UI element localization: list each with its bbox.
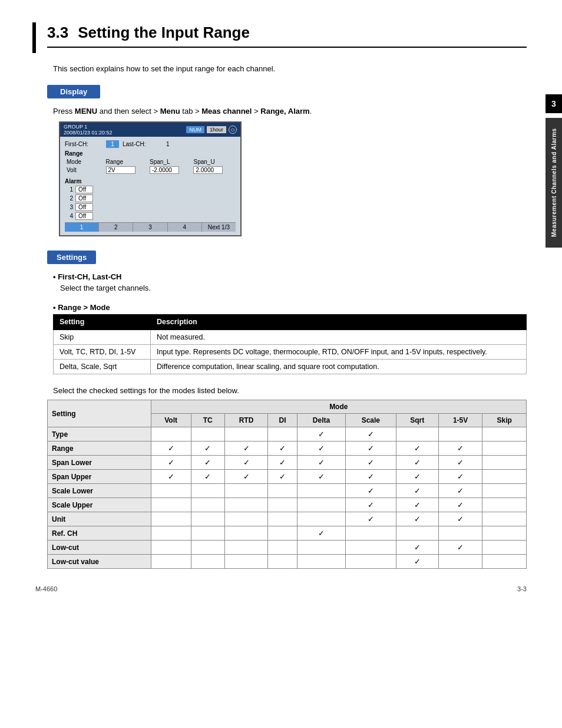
mode-cell-3-3: ✓ xyxy=(268,470,297,484)
mode-col-di: DI xyxy=(268,414,297,427)
mode-col-scale: Scale xyxy=(346,414,396,427)
checkmark-icon: ✓ xyxy=(243,444,250,453)
mode-cell-9-6: ✓ xyxy=(396,555,438,569)
checkmark-icon: ✓ xyxy=(279,458,286,467)
range-table-header-setting: Setting xyxy=(54,315,151,330)
menu-bold-2: Menu xyxy=(160,107,180,116)
mode-row-label-8: Low-cut xyxy=(48,541,151,555)
checkmark-icon: ✓ xyxy=(368,444,374,453)
mode-cell-2-8 xyxy=(482,456,527,470)
screen-tab-1[interactable]: 1 xyxy=(65,223,99,232)
screen-spanl-input[interactable]: -2.0000 xyxy=(150,166,179,174)
screen-spanu-input[interactable]: 2.0000 xyxy=(193,166,223,174)
section-title: Setting the Input Range xyxy=(78,24,250,42)
mode-cell-3-5: ✓ xyxy=(346,470,396,484)
mode-cell-2-2: ✓ xyxy=(224,456,267,470)
mode-table: Setting Mode Volt TC RTD DI Delta Scale … xyxy=(47,400,527,569)
settings-badge: Settings xyxy=(47,251,96,264)
mode-cell-4-5: ✓ xyxy=(346,484,396,498)
mode-cell-3-4: ✓ xyxy=(297,470,346,484)
screen-range-range-header: Range xyxy=(104,158,148,166)
screen-tab-4[interactable]: 4 xyxy=(168,223,202,232)
checkmark-icon: ✓ xyxy=(204,472,211,481)
checkmark-icon: ✓ xyxy=(318,430,325,439)
mode-cell-8-3 xyxy=(268,541,297,555)
mode-cell-8-8 xyxy=(482,541,527,555)
range-alarm-text: Range, Alarm xyxy=(260,107,309,116)
display-badge: Display xyxy=(47,85,100,98)
mode-table-row: Scale Lower✓✓✓ xyxy=(48,484,527,498)
checkmark-icon: ✓ xyxy=(414,444,421,453)
mode-col-tc: TC xyxy=(191,414,224,427)
screen-tab-next[interactable]: Next 1/3 xyxy=(202,223,236,232)
screen-tab-2[interactable]: 2 xyxy=(99,223,133,232)
range-table-row-skip: Skip Not measured. xyxy=(54,330,527,345)
mode-cell-0-2 xyxy=(224,427,267,442)
alarm-num-2: 2 xyxy=(65,195,73,202)
mode-cell-1-6: ✓ xyxy=(396,442,438,456)
mode-cell-6-7: ✓ xyxy=(438,512,482,526)
sidebar-chapter-label: Measurement Channels and Alarms xyxy=(546,118,562,248)
checkmark-icon: ✓ xyxy=(204,458,211,467)
mode-cell-5-2 xyxy=(224,498,267,512)
mode-cell-3-7: ✓ xyxy=(438,470,482,484)
screen-tabs: 1 2 3 4 Next 1/3 xyxy=(65,222,236,232)
mode-cell-0-3 xyxy=(268,427,297,442)
mode-cell-4-2 xyxy=(224,484,267,498)
checkmark-icon: ✓ xyxy=(414,472,421,481)
mode-cell-0-7 xyxy=(438,427,482,442)
mode-cell-7-8 xyxy=(482,526,527,541)
range-table-header-desc: Description xyxy=(150,315,526,330)
range-table-row-volt: Volt, TC, RTD, DI, 1-5V Input type. Repr… xyxy=(54,345,527,360)
screen-lastch-value: 1 xyxy=(166,141,170,147)
mode-cell-7-0 xyxy=(151,526,191,541)
mode-cell-2-4: ✓ xyxy=(297,456,346,470)
mode-cell-5-3 xyxy=(268,498,297,512)
mode-col-delta: Delta xyxy=(297,414,346,427)
checkmark-icon: ✓ xyxy=(318,458,325,467)
checkmark-icon: ✓ xyxy=(457,458,464,467)
alarm-num-1: 1 xyxy=(65,186,73,193)
screen-group-label: GROUP 1 xyxy=(64,124,113,130)
section-number: 3.3 xyxy=(47,24,68,42)
range-table-cell-skip-desc: Not measured. xyxy=(150,330,526,345)
mode-cell-7-2 xyxy=(224,526,267,541)
intro-text: This section explains how to set the inp… xyxy=(53,64,527,73)
mode-table-intro: Select the checked settings for the mode… xyxy=(53,386,527,395)
settings-section: Settings First-CH, Last-CH Select the ta… xyxy=(47,251,527,374)
mode-cell-2-3: ✓ xyxy=(268,456,297,470)
mode-cell-9-0 xyxy=(151,555,191,569)
mode-cell-6-1 xyxy=(191,512,224,526)
screen-tab-3[interactable]: 3 xyxy=(133,223,167,232)
mode-cell-3-8 xyxy=(482,470,527,484)
screen-range-input[interactable]: 2V xyxy=(106,166,135,174)
checkmark-icon: ✓ xyxy=(414,486,421,495)
range-mode-table: Setting Description Skip Not measured. V… xyxy=(53,314,527,374)
mode-row-label-5: Scale Upper xyxy=(48,498,151,512)
mode-cell-4-8 xyxy=(482,484,527,498)
mode-cell-3-0: ✓ xyxy=(151,470,191,484)
section-heading: 3.3 Setting the Input Range xyxy=(47,24,527,48)
screen-range-spanu-val: 2.0000 xyxy=(191,166,236,174)
screen-header: GROUP 1 2008/01/23 01:20:52 NUM 1hour O xyxy=(60,123,240,137)
mode-cell-8-2 xyxy=(224,541,267,555)
mode-cell-0-1 xyxy=(191,427,224,442)
alarm-num-3: 3 xyxy=(65,204,73,210)
page-footer: M-4660 3-3 xyxy=(35,585,527,592)
mode-cell-5-8 xyxy=(482,498,527,512)
mode-table-section: Select the checked settings for the mode… xyxy=(47,386,527,569)
mode-cell-9-3 xyxy=(268,555,297,569)
mode-table-row: Type✓✓ xyxy=(48,427,527,442)
screen-firstch-label: First-CH: xyxy=(65,141,106,147)
mode-cell-4-3 xyxy=(268,484,297,498)
screen-firstch-row: First-CH: 1 Last-CH: 1 xyxy=(65,140,236,148)
checkmark-icon: ✓ xyxy=(457,515,464,523)
mode-cell-0-6 xyxy=(396,427,438,442)
checkmark-icon: ✓ xyxy=(457,543,464,552)
screen-range-spanl-val: -2.0000 xyxy=(148,166,191,174)
footer-left: M-4660 xyxy=(35,585,57,592)
alarm-section: Alarm 1 Off 2 Off 3 Off 4 Off xyxy=(65,178,236,220)
mode-cell-6-5: ✓ xyxy=(346,512,396,526)
screen-range-table: Mode Range Span_L Span_U Volt 2V -2.0000… xyxy=(65,158,236,174)
mode-cell-0-4: ✓ xyxy=(297,427,346,442)
